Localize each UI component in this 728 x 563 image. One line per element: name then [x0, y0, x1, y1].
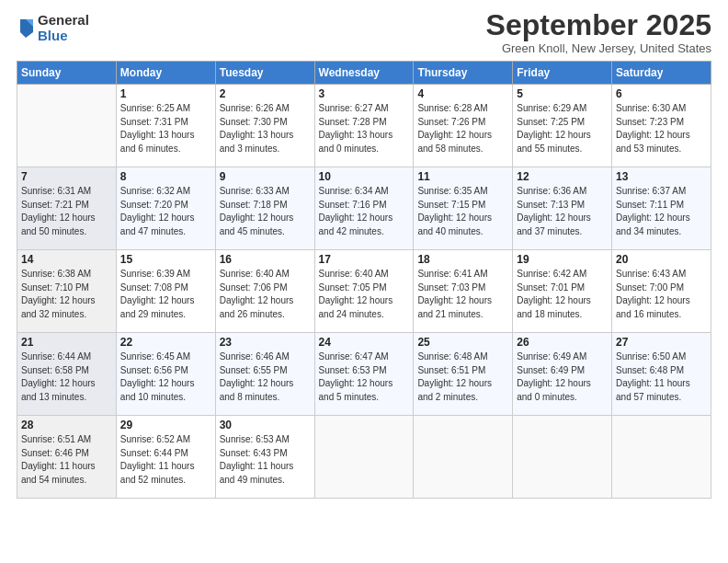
- day-info: Sunrise: 6:26 AM Sunset: 7:30 PM Dayligh…: [220, 102, 311, 155]
- day-number: 24: [319, 336, 410, 349]
- month-title: September 2025: [486, 9, 711, 41]
- day-cell: 27Sunrise: 6:50 AM Sunset: 6:48 PM Dayli…: [612, 333, 711, 416]
- day-info: Sunrise: 6:39 AM Sunset: 7:08 PM Dayligh…: [120, 268, 211, 321]
- day-cell: 3Sunrise: 6:27 AM Sunset: 7:28 PM Daylig…: [314, 85, 414, 167]
- day-number: 29: [120, 419, 211, 431]
- day-cell: 10Sunrise: 6:34 AM Sunset: 7:16 PM Dayli…: [314, 167, 414, 250]
- day-info: Sunrise: 6:41 AM Sunset: 7:03 PM Dayligh…: [417, 268, 508, 321]
- day-cell: 13Sunrise: 6:37 AM Sunset: 7:11 PM Dayli…: [612, 167, 711, 250]
- week-row-4: 21Sunrise: 6:44 AM Sunset: 6:58 PM Dayli…: [17, 333, 711, 416]
- day-cell: 23Sunrise: 6:46 AM Sunset: 6:55 PM Dayli…: [215, 333, 314, 416]
- day-number: 10: [319, 170, 410, 183]
- day-cell: 20Sunrise: 6:43 AM Sunset: 7:00 PM Dayli…: [612, 250, 711, 333]
- col-header-tuesday: Tuesday: [215, 62, 314, 85]
- day-number: 15: [120, 253, 211, 266]
- day-info: Sunrise: 6:27 AM Sunset: 7:28 PM Dayligh…: [319, 102, 410, 155]
- day-number: 14: [21, 253, 112, 266]
- day-info: Sunrise: 6:29 AM Sunset: 7:25 PM Dayligh…: [517, 102, 608, 155]
- day-number: 7: [21, 170, 112, 183]
- day-cell: 22Sunrise: 6:45 AM Sunset: 6:56 PM Dayli…: [116, 333, 215, 416]
- day-number: 22: [120, 336, 211, 349]
- day-cell: [414, 416, 513, 499]
- day-info: Sunrise: 6:49 AM Sunset: 6:49 PM Dayligh…: [517, 350, 608, 404]
- calendar-table: SundayMondayTuesdayWednesdayThursdayFrid…: [17, 61, 711, 499]
- day-cell: 24Sunrise: 6:47 AM Sunset: 6:53 PM Dayli…: [314, 333, 414, 416]
- day-cell: 21Sunrise: 6:44 AM Sunset: 6:58 PM Dayli…: [17, 333, 117, 416]
- day-number: 20: [616, 253, 707, 266]
- col-header-wednesday: Wednesday: [314, 62, 414, 85]
- day-cell: 28Sunrise: 6:51 AM Sunset: 6:46 PM Dayli…: [17, 416, 117, 499]
- day-info: Sunrise: 6:40 AM Sunset: 7:05 PM Dayligh…: [319, 268, 410, 321]
- day-number: 26: [517, 336, 608, 349]
- page-header: General Blue September 2025 Green Knoll,…: [17, 9, 711, 55]
- day-number: 16: [220, 253, 311, 266]
- day-number: 3: [319, 87, 410, 100]
- day-number: 30: [220, 419, 311, 431]
- day-number: 8: [120, 170, 211, 183]
- col-header-sunday: Sunday: [17, 62, 117, 85]
- day-info: Sunrise: 6:50 AM Sunset: 6:48 PM Dayligh…: [616, 350, 707, 404]
- week-row-2: 7Sunrise: 6:31 AM Sunset: 7:21 PM Daylig…: [17, 167, 711, 250]
- day-info: Sunrise: 6:35 AM Sunset: 7:15 PM Dayligh…: [417, 185, 508, 238]
- day-cell: 19Sunrise: 6:42 AM Sunset: 7:01 PM Dayli…: [513, 250, 612, 333]
- logo: General Blue: [17, 13, 89, 43]
- day-number: 27: [616, 336, 707, 349]
- day-number: 28: [21, 419, 112, 431]
- day-number: 23: [220, 336, 311, 349]
- day-cell: 11Sunrise: 6:35 AM Sunset: 7:15 PM Dayli…: [414, 167, 513, 250]
- day-cell: 5Sunrise: 6:29 AM Sunset: 7:25 PM Daylig…: [513, 85, 612, 167]
- day-info: Sunrise: 6:25 AM Sunset: 7:31 PM Dayligh…: [120, 102, 211, 155]
- day-number: 18: [417, 253, 508, 266]
- day-info: Sunrise: 6:47 AM Sunset: 6:53 PM Dayligh…: [319, 350, 410, 404]
- day-info: Sunrise: 6:34 AM Sunset: 7:16 PM Dayligh…: [319, 185, 410, 238]
- day-info: Sunrise: 6:53 AM Sunset: 6:43 PM Dayligh…: [220, 433, 311, 487]
- day-number: 19: [517, 253, 608, 266]
- day-cell: 30Sunrise: 6:53 AM Sunset: 6:43 PM Dayli…: [215, 416, 314, 499]
- day-cell: 14Sunrise: 6:38 AM Sunset: 7:10 PM Dayli…: [17, 250, 117, 333]
- day-cell: 4Sunrise: 6:28 AM Sunset: 7:26 PM Daylig…: [414, 85, 513, 167]
- day-info: Sunrise: 6:43 AM Sunset: 7:00 PM Dayligh…: [616, 268, 707, 321]
- logo-text: General Blue: [38, 13, 89, 43]
- day-cell: [513, 416, 612, 499]
- day-cell: 12Sunrise: 6:36 AM Sunset: 7:13 PM Dayli…: [513, 167, 612, 250]
- day-cell: 6Sunrise: 6:30 AM Sunset: 7:23 PM Daylig…: [612, 85, 711, 167]
- day-info: Sunrise: 6:40 AM Sunset: 7:06 PM Dayligh…: [220, 268, 311, 321]
- day-info: Sunrise: 6:30 AM Sunset: 7:23 PM Dayligh…: [616, 102, 707, 155]
- day-info: Sunrise: 6:51 AM Sunset: 6:46 PM Dayligh…: [21, 433, 112, 487]
- day-cell: 25Sunrise: 6:48 AM Sunset: 6:51 PM Dayli…: [414, 333, 513, 416]
- day-cell: 18Sunrise: 6:41 AM Sunset: 7:03 PM Dayli…: [414, 250, 513, 333]
- day-number: 17: [319, 253, 410, 266]
- day-number: 13: [616, 170, 707, 183]
- day-number: 2: [220, 87, 311, 100]
- day-number: 6: [616, 87, 707, 100]
- day-info: Sunrise: 6:45 AM Sunset: 6:56 PM Dayligh…: [120, 350, 211, 404]
- day-cell: [314, 416, 414, 499]
- day-info: Sunrise: 6:38 AM Sunset: 7:10 PM Dayligh…: [21, 268, 112, 321]
- col-header-friday: Friday: [513, 62, 612, 85]
- logo-icon: [17, 17, 35, 40]
- day-cell: 9Sunrise: 6:33 AM Sunset: 7:18 PM Daylig…: [215, 167, 314, 250]
- col-header-monday: Monday: [116, 62, 215, 85]
- day-info: Sunrise: 6:33 AM Sunset: 7:18 PM Dayligh…: [220, 185, 311, 238]
- day-number: 4: [417, 87, 508, 100]
- day-cell: 1Sunrise: 6:25 AM Sunset: 7:31 PM Daylig…: [116, 85, 215, 167]
- day-info: Sunrise: 6:36 AM Sunset: 7:13 PM Dayligh…: [517, 185, 608, 238]
- day-cell: 15Sunrise: 6:39 AM Sunset: 7:08 PM Dayli…: [116, 250, 215, 333]
- day-cell: 2Sunrise: 6:26 AM Sunset: 7:30 PM Daylig…: [215, 85, 314, 167]
- day-info: Sunrise: 6:44 AM Sunset: 6:58 PM Dayligh…: [21, 350, 112, 404]
- day-info: Sunrise: 6:48 AM Sunset: 6:51 PM Dayligh…: [417, 350, 508, 404]
- day-number: 12: [517, 170, 608, 183]
- day-cell: [612, 416, 711, 499]
- day-cell: 17Sunrise: 6:40 AM Sunset: 7:05 PM Dayli…: [314, 250, 414, 333]
- day-cell: 8Sunrise: 6:32 AM Sunset: 7:20 PM Daylig…: [116, 167, 215, 250]
- week-row-5: 28Sunrise: 6:51 AM Sunset: 6:46 PM Dayli…: [17, 416, 711, 499]
- day-number: 25: [417, 336, 508, 349]
- day-info: Sunrise: 6:32 AM Sunset: 7:20 PM Dayligh…: [120, 185, 211, 238]
- day-info: Sunrise: 6:37 AM Sunset: 7:11 PM Dayligh…: [616, 185, 707, 238]
- day-cell: 26Sunrise: 6:49 AM Sunset: 6:49 PM Dayli…: [513, 333, 612, 416]
- day-cell: 29Sunrise: 6:52 AM Sunset: 6:44 PM Dayli…: [116, 416, 215, 499]
- logo-blue: Blue: [38, 29, 89, 44]
- col-header-thursday: Thursday: [414, 62, 513, 85]
- day-number: 5: [517, 87, 608, 100]
- week-row-1: 1Sunrise: 6:25 AM Sunset: 7:31 PM Daylig…: [17, 85, 711, 167]
